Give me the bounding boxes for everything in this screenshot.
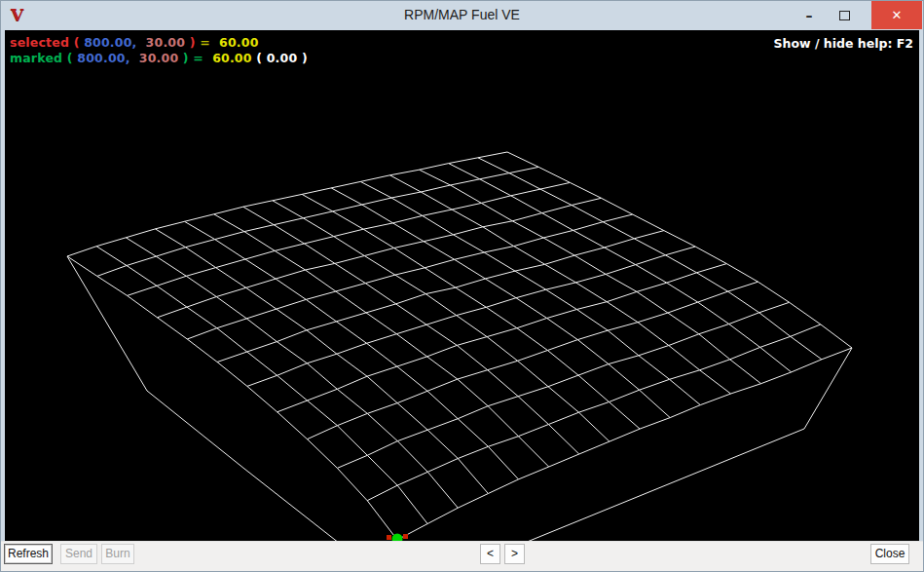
close-window-button[interactable]: ✕ <box>871 1 922 29</box>
title-bar: V RPM/MAP Fuel VE – ✕ <box>1 1 923 30</box>
minimize-button[interactable]: – <box>795 1 824 29</box>
close-button[interactable]: Close <box>870 544 909 564</box>
burn-button[interactable]: Burn <box>101 544 134 564</box>
app-window: V RPM/MAP Fuel VE – ✕ selected ( 800.00,… <box>0 0 924 572</box>
ve-mesh-surface <box>5 30 919 541</box>
maximize-icon <box>839 11 850 20</box>
refresh-button[interactable]: Refresh <box>4 544 53 564</box>
marked-readout: marked ( 800.00, 30.00 ) = 60.00 ( 0.00 … <box>10 51 308 66</box>
maximize-button[interactable] <box>830 1 859 29</box>
selected-readout: selected ( 800.00, 30.00 ) = 60.00 <box>10 35 308 51</box>
selected-cell-red-marker <box>387 535 391 540</box>
next-table-button[interactable]: > <box>504 544 525 564</box>
app-logo-icon: V <box>11 6 23 23</box>
cell-readouts: selected ( 800.00, 30.00 ) = 60.00marked… <box>10 35 308 66</box>
send-button[interactable]: Send <box>60 544 97 564</box>
prev-table-button[interactable]: < <box>480 544 500 564</box>
window-title: RPM/MAP Fuel VE <box>404 7 520 22</box>
selected-cell-red-marker <box>403 534 408 539</box>
help-hint-label: Show / hide help: F2 <box>774 36 913 51</box>
ve-3d-canvas[interactable]: selected ( 800.00, 30.00 ) = 60.00marked… <box>5 30 919 541</box>
bottom-toolbar: Refresh Send Burn < > Close <box>1 541 923 571</box>
